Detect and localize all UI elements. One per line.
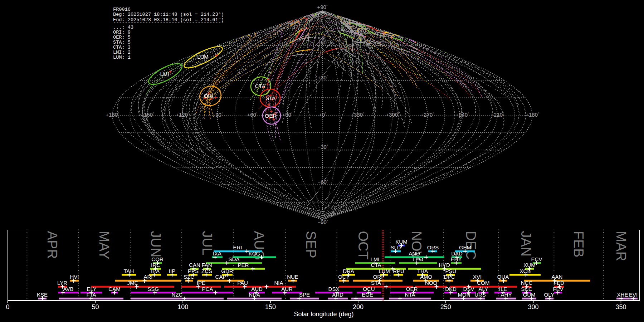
svg-text:AAN: AAN <box>552 274 563 280</box>
svg-text:350: 350 <box>615 303 626 311</box>
svg-text:APR: APR <box>45 231 60 259</box>
svg-text:+180°: +180° <box>106 112 119 118</box>
svg-text:ORI: ORI <box>204 93 214 99</box>
svg-text:+30°: +30° <box>282 112 292 118</box>
svg-text:DRA: DRA <box>343 268 354 274</box>
svg-text:STA: 5: STA: 5 <box>113 40 131 45</box>
svg-text:SLD: SLD <box>390 244 401 250</box>
svg-text:OCU: OCU <box>363 286 375 292</box>
svg-text:IRC: IRC <box>151 262 160 268</box>
svg-text:+90°: +90° <box>317 4 327 10</box>
svg-text:PCA: PCA <box>202 286 213 292</box>
svg-text:NTA: NTA <box>405 292 415 298</box>
svg-text:HVI: HVI <box>70 274 79 280</box>
svg-text:NDA: NDA <box>249 292 260 298</box>
svg-text:JAN: JAN <box>518 231 533 257</box>
svg-text:EHY: EHY <box>451 256 462 262</box>
svg-text:LYR: LYR <box>57 280 67 286</box>
svg-text:SSG: SSG <box>147 286 159 292</box>
svg-text:ALY: ALY <box>478 286 488 292</box>
svg-text:SDA: SDA <box>229 256 240 262</box>
svg-text:GUM: GUM <box>523 292 536 298</box>
svg-text:+30°: +30° <box>317 74 328 80</box>
svg-text:+210°: +210° <box>491 112 504 118</box>
svg-text:CAP: CAP <box>215 274 226 280</box>
svg-text:NIA: NIA <box>274 280 283 286</box>
svg-text:PAU: PAU <box>237 280 248 286</box>
svg-text:LMI: LMI <box>160 71 169 77</box>
svg-text:FEB: FEB <box>571 231 586 258</box>
svg-text:FR0016: FR0016 <box>113 7 131 12</box>
svg-text:ILE: ILE <box>499 286 507 292</box>
svg-text:JUN: JUN <box>148 231 163 258</box>
svg-text:FAN: FAN <box>201 262 212 268</box>
svg-text:DPC: DPC <box>444 274 455 280</box>
svg-text:STA: STA <box>371 280 381 286</box>
svg-text:300: 300 <box>528 303 539 311</box>
svg-text:LMI: LMI <box>370 256 379 262</box>
svg-text:OCT: OCT <box>356 231 371 260</box>
svg-text:OER: OER <box>265 113 277 119</box>
svg-text:AUR: AUR <box>281 286 293 292</box>
svg-text:+150°: +150° <box>141 112 154 118</box>
svg-text:JMC: JMC <box>127 280 138 286</box>
svg-text:OER: OER <box>406 286 418 292</box>
svg-text:250: 250 <box>440 303 451 311</box>
svg-text:IEA: IEA <box>151 268 160 274</box>
svg-text:COM: COM <box>477 280 490 286</box>
svg-text:FED: FED <box>553 280 564 286</box>
svg-text:LUM: LUM <box>379 268 390 274</box>
svg-text:AMO: AMO <box>420 274 432 280</box>
svg-text:50: 50 <box>92 303 99 311</box>
svg-text:IPE: IPE <box>197 280 205 286</box>
svg-text:FEV: FEV <box>553 286 563 292</box>
svg-text:+270°: +270° <box>420 112 434 118</box>
svg-text:NZC: NZC <box>172 292 183 298</box>
svg-text:MON: MON <box>458 292 470 298</box>
svg-text:STA: STA <box>265 95 275 101</box>
svg-text:AUD: AUD <box>251 286 263 292</box>
svg-text:−60°: −60° <box>317 179 328 185</box>
svg-text:LUM: 1: LUM: 1 <box>113 55 131 60</box>
svg-text:COR: COR <box>151 256 164 262</box>
svg-text:Beg: 20251027 18:11:48 (sol =: Beg: 20251027 18:11:48 (sol = 214.23°) <box>113 12 224 17</box>
svg-text:AVB: AVB <box>63 286 74 292</box>
svg-text:CTA: CTA <box>371 262 381 268</box>
svg-text:+120°: +120° <box>176 112 189 118</box>
svg-text:CTA: 3: CTA: 3 <box>113 45 131 50</box>
svg-text:150: 150 <box>265 303 276 311</box>
svg-text:IIP: IIP <box>169 268 175 274</box>
svg-text:RPU: RPU <box>393 268 404 274</box>
svg-text:XUM: XUM <box>523 262 535 268</box>
svg-text:ELY: ELY <box>87 286 96 292</box>
svg-text:NUE: NUE <box>287 274 298 280</box>
svg-text:AHY: AHY <box>501 292 512 298</box>
svg-text:EGE: EGE <box>362 292 373 298</box>
svg-text:SPE: SPE <box>299 292 310 298</box>
svg-text:+90°: +90° <box>212 112 223 118</box>
svg-text:XVI: XVI <box>473 274 482 280</box>
svg-text:MAR: MAR <box>614 231 629 261</box>
svg-text:KUM: KUM <box>395 239 407 245</box>
svg-text:PPS: PPS <box>188 268 199 274</box>
svg-text:−30°: −30° <box>317 144 328 150</box>
svg-text:OER: 5: OER: 5 <box>113 35 131 40</box>
svg-text:GDR: GDR <box>221 268 233 274</box>
svg-text:ORI: ORI <box>373 274 383 280</box>
svg-text:FTA: FTA <box>86 292 96 298</box>
svg-text:ORS: ORS <box>427 244 439 250</box>
svg-text:Solar longitude (deg): Solar longitude (deg) <box>294 311 353 318</box>
svg-text:XHE: XHE <box>617 292 628 298</box>
svg-text:NCC: NCC <box>521 280 533 286</box>
svg-text:IXA: IXA <box>213 250 221 257</box>
svg-text:JUL: JUL <box>200 231 215 255</box>
svg-text:+60°: +60° <box>317 39 328 45</box>
svg-text:SEP: SEP <box>303 231 318 258</box>
svg-text:ZCS: ZCS <box>201 268 212 274</box>
svg-text:ERI: ERI <box>233 244 242 250</box>
svg-text:AND: AND <box>409 250 420 257</box>
svg-text:CTA: CTA <box>255 83 265 89</box>
svg-text:100: 100 <box>177 303 188 311</box>
svg-text:QUA: QUA <box>497 274 509 280</box>
svg-text:NOO: NOO <box>425 280 437 286</box>
